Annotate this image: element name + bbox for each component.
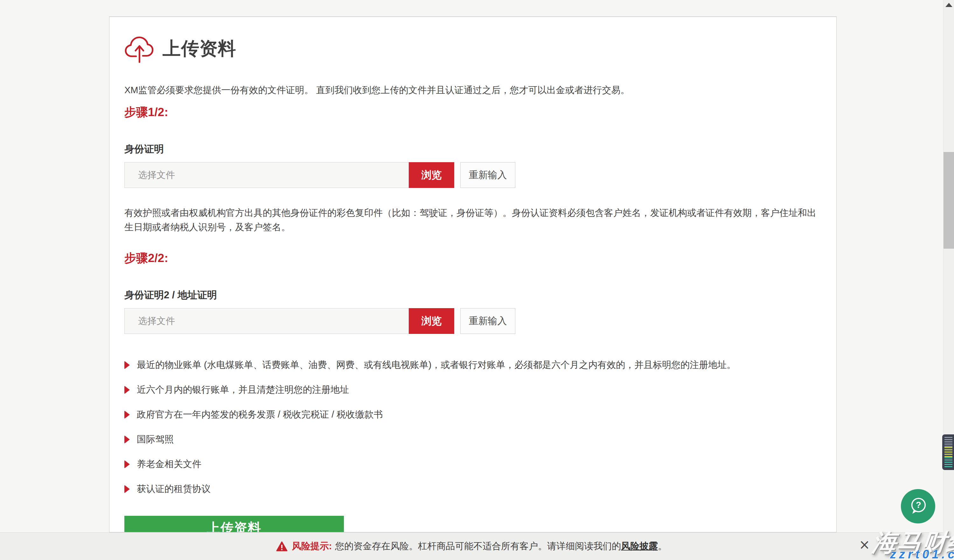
- reset-button[interactable]: 重新输入: [460, 162, 515, 188]
- list-item-text: 养老金相关文件: [137, 458, 201, 471]
- id-requirements-text: 有效护照或者由权威机构官方出具的其他身份证件的彩色复印件（比如：驾驶证，身份证等…: [125, 206, 821, 234]
- accepted-documents-list: 最近的物业账单 (水电煤账单、话费账单、油费、网费、或有线电视账单)，或者银行对…: [125, 359, 822, 495]
- list-item: 国际驾照: [125, 433, 822, 446]
- edge-stripes-widget[interactable]: [942, 434, 954, 470]
- list-item-text: 获认证的租赁协议: [137, 483, 210, 495]
- scroll-up-arrow-icon[interactable]: [945, 3, 952, 7]
- risk-banner-close-button[interactable]: ×: [859, 538, 870, 551]
- id-proof-file-row: 选择文件 浏览 重新输入: [125, 162, 822, 188]
- bullet-triangle-icon: [125, 411, 130, 419]
- bullet-triangle-icon: [125, 361, 130, 369]
- risk-warning-text: 您的资金存在风险。杠杆商品可能不适合所有客户。请详细阅读我们的: [335, 540, 621, 553]
- browse-button[interactable]: 浏览: [409, 162, 454, 188]
- list-item-text: 近六个月内的银行账单，并且清楚注明您的注册地址: [137, 384, 349, 396]
- list-item: 养老金相关文件: [125, 458, 822, 471]
- warning-icon: [276, 541, 288, 552]
- stripes-yellow: [945, 447, 952, 457]
- step-2-heading: 步骤2/2:: [125, 250, 822, 266]
- upload-documents-card: 上传资料 XM监管必须要求您提供一份有效的文件证明。 直到我们收到您上传的文件并…: [109, 17, 837, 532]
- id-proof-label: 身份证明: [125, 143, 822, 156]
- risk-banner: 风险提示: 您的资金存在风险。杠杆商品可能不适合所有客户。请详细阅读我们的 风险…: [0, 532, 943, 560]
- bullet-triangle-icon: [125, 485, 130, 493]
- vertical-scrollbar[interactable]: [943, 0, 954, 560]
- bullet-triangle-icon: [125, 436, 130, 443]
- list-item: 政府官方在一年内签发的税务发票 / 税收完税证 / 税收缴款书: [125, 408, 822, 421]
- help-chat-button[interactable]: ?: [901, 489, 935, 523]
- scrollbar-thumb[interactable]: [943, 152, 954, 249]
- risk-warning-label: 风险提示:: [292, 540, 332, 553]
- id-proof-file-input[interactable]: 选择文件 浏览: [125, 162, 454, 188]
- bullet-triangle-icon: [125, 386, 130, 394]
- address-proof-file-input[interactable]: 选择文件 浏览: [125, 308, 454, 334]
- list-item: 最近的物业账单 (水电煤账单、话费账单、油费、网费、或有线电视账单)，或者银行对…: [125, 359, 822, 372]
- watermark-site-url: zzrt01.cn: [890, 548, 954, 560]
- reset-button[interactable]: 重新输入: [460, 308, 515, 334]
- bullet-triangle-icon: [125, 460, 130, 468]
- stripes-teal: [945, 457, 952, 467]
- step-1-heading: 步骤1/2:: [125, 104, 822, 120]
- risk-warning-suffix: 。: [658, 540, 667, 553]
- upload-submit-button[interactable]: 上传资料: [125, 516, 344, 532]
- stripes-gray: [945, 437, 952, 447]
- list-item-text: 政府官方在一年内签发的税务发票 / 税收完税证 / 税收缴款书: [137, 408, 383, 421]
- list-item-text: 国际驾照: [137, 433, 174, 446]
- list-item-text: 最近的物业账单 (水电煤账单、话费账单、油费、网费、或有线电视账单)，或者银行对…: [137, 359, 736, 372]
- card-header: 上传资料: [125, 34, 822, 63]
- list-item: 近六个月内的银行账单，并且清楚注明您的注册地址: [125, 384, 822, 396]
- upload-cloud-icon: [125, 34, 154, 63]
- address-proof-label: 身份证明2 / 地址证明: [125, 288, 822, 302]
- risk-disclosure-link[interactable]: 风险披露: [621, 540, 658, 553]
- browse-button[interactable]: 浏览: [409, 308, 454, 334]
- address-proof-file-row: 选择文件 浏览 重新输入: [125, 308, 822, 334]
- file-placeholder: 选择文件: [125, 308, 409, 334]
- list-item: 获认证的租赁协议: [125, 483, 822, 495]
- question-bubble-icon: ?: [907, 495, 929, 518]
- svg-text:?: ?: [916, 500, 921, 510]
- file-placeholder: 选择文件: [125, 162, 409, 188]
- intro-text: XM监管必须要求您提供一份有效的文件证明。 直到我们收到您上传的文件并且认证通过…: [125, 83, 822, 97]
- page-title: 上传资料: [162, 37, 236, 61]
